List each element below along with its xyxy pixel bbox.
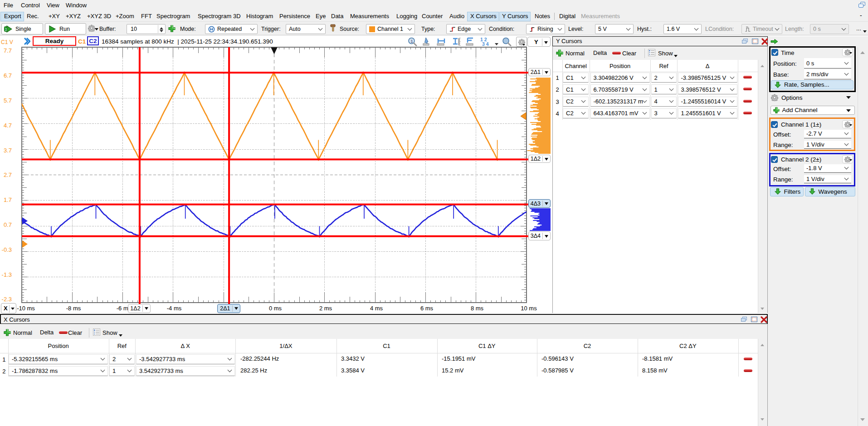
svg-text:7.7: 7.7 <box>4 47 12 54</box>
svg-text:10 ms: 10 ms <box>521 305 537 312</box>
svg-text:8 ms: 8 ms <box>471 305 484 312</box>
svg-text:-10 ms: -10 ms <box>17 305 35 312</box>
svg-text:0 ms: 0 ms <box>269 305 282 312</box>
svg-text:3.7: 3.7 <box>4 147 12 154</box>
svg-text:6 ms: 6 ms <box>420 305 434 312</box>
svg-text:6.7: 6.7 <box>4 72 12 79</box>
svg-text:4 ms: 4 ms <box>370 305 383 312</box>
svg-text:4.7: 4.7 <box>4 122 12 129</box>
svg-text:0.7: 0.7 <box>4 221 12 228</box>
svg-text:2 ms: 2 ms <box>319 305 332 312</box>
svg-text:-8 ms: -8 ms <box>66 305 81 312</box>
svg-text:-1.3: -1.3 <box>2 271 12 278</box>
svg-text:-4 ms: -4 ms <box>167 305 182 312</box>
svg-text:1.7: 1.7 <box>4 196 12 203</box>
svg-text:2.7: 2.7 <box>4 171 12 178</box>
svg-text:5.7: 5.7 <box>4 97 12 104</box>
svg-text:-2.3: -2.3 <box>2 296 12 303</box>
svg-text:-0.3: -0.3 <box>2 246 12 253</box>
